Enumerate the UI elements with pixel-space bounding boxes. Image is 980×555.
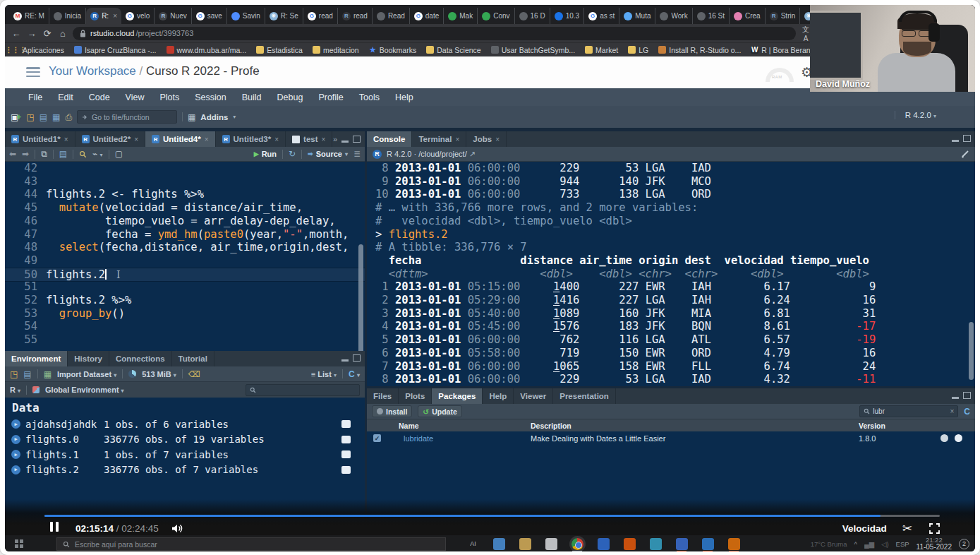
clip-scissors-icon[interactable]: ✂	[902, 521, 912, 536]
code-line-54[interactable]: 54	[5, 320, 365, 333]
view-table-icon[interactable]	[341, 420, 351, 428]
browser-tab-18[interactable]: Muta	[619, 8, 655, 24]
source-tab-test[interactable]: test×	[286, 131, 332, 147]
browser-tab-12[interactable]: Gdate	[410, 8, 444, 24]
packages-tab-plots[interactable]: Plots	[399, 388, 432, 404]
memory-usage[interactable]: 513 MiB ▾	[142, 370, 176, 378]
env-save-icon[interactable]: ▤	[23, 369, 31, 379]
new-file-icon[interactable]: ▣+	[11, 112, 21, 122]
bookmark-9[interactable]: Market	[585, 46, 618, 54]
browser-tab-16[interactable]: 10.3	[550, 8, 584, 24]
import-dataset-button[interactable]: Import Dataset ▾	[57, 370, 116, 378]
menu-build[interactable]: Build	[234, 92, 270, 102]
expand-object-icon[interactable]: ▶	[11, 465, 20, 475]
volume-icon[interactable]	[171, 523, 184, 534]
source-tab-untitled4[interactable]: RUntitled4*×	[145, 131, 216, 147]
packages-tab-presentation[interactable]: Presentation	[553, 388, 616, 404]
source-tab-untitled2[interactable]: RUntitled2*×	[75, 131, 146, 147]
tab-close-icon[interactable]: ×	[205, 136, 209, 143]
browser-tab-17[interactable]: Gas st	[584, 8, 619, 24]
save-icon[interactable]: ▤	[40, 112, 47, 122]
forward-icon[interactable]: →	[26, 28, 37, 39]
code-line-46[interactable]: 46 tiempo_vuelo = arr_delay-dep_delay,	[5, 215, 365, 228]
outline-icon[interactable]: ≣	[353, 149, 361, 159]
address-bar[interactable]: rstudio.cloud/project/3993763	[73, 27, 796, 40]
expand-object-icon[interactable]: ▶	[11, 450, 20, 459]
console-pane-window-controls[interactable]	[952, 135, 971, 142]
back-nav-icon[interactable]: ⬅	[9, 149, 16, 159]
keyboard-language[interactable]: ESP	[896, 540, 909, 548]
code-line-51[interactable]: 51	[5, 280, 365, 294]
code-line-43[interactable]: 43	[5, 175, 365, 189]
rerun-icon[interactable]: ↻	[289, 149, 296, 159]
code-line-49[interactable]: 49	[5, 254, 365, 268]
package-checkbox[interactable]: ✓	[373, 434, 381, 442]
taskbar-app-icon-8[interactable]	[650, 538, 662, 550]
r-version-selector[interactable]: R 4.2.0 ▾	[895, 111, 936, 119]
tab-close-icon[interactable]: ×	[134, 136, 138, 143]
menu-tools[interactable]: Tools	[351, 92, 387, 102]
addins-label[interactable]: Addins	[200, 113, 228, 121]
player-progress-bar[interactable]	[44, 515, 940, 517]
speaker-tray-icon[interactable]: ◁)	[881, 540, 888, 548]
video-area[interactable]: MRE: MIniciaRR:×GveloRNuevGsaveSavin✳R: …	[5, 5, 975, 551]
browser-tab-6[interactable]: Gsave	[192, 8, 227, 24]
clear-console-icon[interactable]	[961, 150, 969, 158]
tab-close-icon[interactable]: ×	[322, 136, 326, 143]
code-line-48[interactable]: 48 select(fecha,distance, air_time,origi…	[5, 241, 365, 254]
browser-tab-2[interactable]: Inicia	[49, 8, 86, 24]
source-tab-untitled1[interactable]: RUntitled1*×	[5, 131, 75, 147]
browser-tab-7[interactable]: Savin	[227, 8, 265, 24]
expand-object-icon[interactable]: ▶	[11, 435, 20, 444]
browser-tab-11[interactable]: Read	[373, 8, 410, 24]
browser-tab-19[interactable]: Work	[655, 8, 692, 24]
bookmark-11[interactable]: Install R, R-Studio o...	[658, 46, 741, 54]
bookmark-4[interactable]: Estadistica	[256, 46, 303, 54]
browser-tab-14[interactable]: Conv	[478, 8, 514, 24]
hamburger-menu-icon[interactable]	[26, 67, 40, 77]
taskbar-app-icon-7[interactable]	[624, 538, 636, 550]
speed-selector[interactable]: Velocidad	[842, 523, 887, 534]
browser-tab-5[interactable]: RNuev	[155, 8, 191, 24]
console-output[interactable]: 8 2013-01-01 06:00:00 229 53 LGA IAD 9 2…	[367, 162, 975, 386]
environment-pane-window-controls[interactable]	[341, 354, 361, 362]
menu-file[interactable]: File	[20, 92, 50, 102]
browser-tab-15[interactable]: 16 D	[515, 8, 550, 24]
env-open-icon[interactable]: ◳	[10, 369, 18, 379]
bookmark-6[interactable]: ★Bookmarks	[369, 46, 417, 54]
back-icon[interactable]: ←	[11, 28, 22, 39]
update-button[interactable]: ↺ Update	[418, 405, 461, 417]
column-description[interactable]: Description	[531, 422, 571, 430]
menu-code[interactable]: Code	[81, 92, 118, 102]
env-refresh-icon[interactable]: C ▾	[349, 369, 360, 379]
code-line-47[interactable]: 47 fecha = ymd_hm(paste0(year,"-",month,	[5, 228, 365, 241]
menu-view[interactable]: View	[118, 92, 152, 102]
code-line-44[interactable]: 44flights.2 <- flights %>%	[5, 188, 365, 201]
taskbar-app-icon-9[interactable]	[676, 538, 688, 550]
run-button[interactable]: ▶Run	[254, 150, 277, 158]
package-remove-icon[interactable]	[955, 434, 962, 442]
addins-grid-icon[interactable]: ▦	[188, 112, 195, 122]
notification-badge[interactable]: 2	[959, 539, 969, 549]
packages-refresh-icon[interactable]: C	[964, 407, 970, 417]
expand-object-icon[interactable]: ▶	[11, 419, 20, 429]
browser-tab-20[interactable]: 16 St	[693, 8, 730, 24]
source-pane-window-controls[interactable]: »	[333, 135, 361, 143]
overflow-tabs-icon[interactable]: »	[333, 135, 337, 143]
compile-report-icon[interactable]: ▢	[115, 149, 123, 159]
code-line-52[interactable]: 52flights.2 %>%	[5, 294, 365, 307]
pause-button[interactable]	[49, 522, 60, 535]
browser-tab-22[interactable]: RStrin	[766, 8, 801, 24]
fullscreen-icon[interactable]	[929, 523, 940, 534]
browser-tab-8[interactable]: ✳R: Se	[265, 8, 303, 24]
package-row-lubridate[interactable]: ✓lubridateMake Dealing with Dates a Litt…	[367, 431, 975, 445]
bookmark-3[interactable]: www.dm.uba.ar/ma...	[167, 46, 247, 54]
browser-tab-21[interactable]: Crea	[730, 8, 766, 24]
bookmark-12[interactable]: WR | Bora Beran	[751, 46, 810, 54]
environment-search-input[interactable]	[246, 384, 360, 396]
clear-search-icon[interactable]: ×	[950, 407, 954, 415]
environment-tab-connections[interactable]: Connections	[109, 351, 172, 366]
install-button[interactable]: Install	[372, 405, 412, 417]
environment-item-flights.1[interactable]: ▶flights.11 obs. of 7 variables	[5, 447, 365, 462]
menu-plots[interactable]: Plots	[152, 92, 187, 102]
